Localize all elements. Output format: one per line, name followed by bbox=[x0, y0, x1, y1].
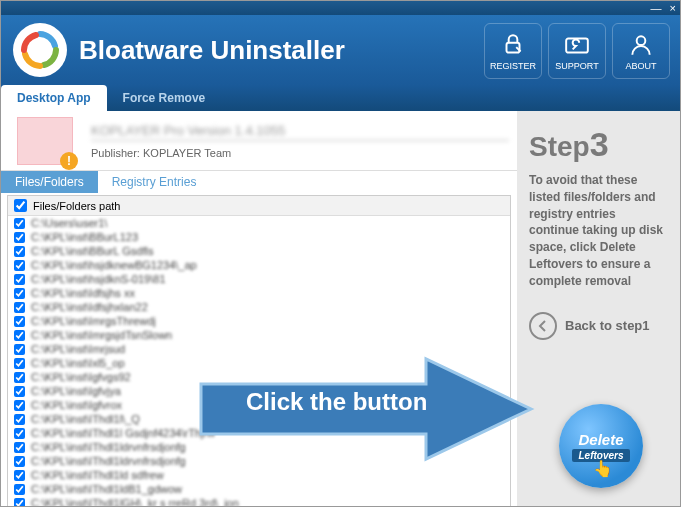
support-button[interactable]: SUPPORT bbox=[548, 23, 606, 79]
list-item[interactable]: C:\KPL\inst\ImrgsThrewdj bbox=[8, 314, 510, 328]
tab-force-remove[interactable]: Force Remove bbox=[107, 85, 222, 111]
item-checkbox[interactable] bbox=[14, 484, 25, 495]
target-app-publisher: Publisher: KOPLAYER Team bbox=[91, 147, 509, 159]
close-button[interactable]: × bbox=[670, 2, 676, 14]
item-path: C:\KPL\inst\Ixl5_op bbox=[31, 357, 125, 369]
subtab-files-folders[interactable]: Files/Folders bbox=[1, 171, 98, 193]
item-path: C:\KPL\inst\hsjdknewBG1234\_ap bbox=[31, 259, 197, 271]
item-checkbox[interactable] bbox=[14, 358, 25, 369]
about-button[interactable]: ABOUT bbox=[612, 23, 670, 79]
lock-icon bbox=[500, 32, 526, 58]
back-to-step1-button[interactable]: Back to step1 bbox=[529, 312, 668, 340]
item-path: C:\KPL\inst\IThdl1ldrvnfrsdjonfg bbox=[31, 441, 186, 453]
list-item[interactable]: C:\KPL\inst\IThdl1l\_Q bbox=[8, 412, 510, 426]
target-app-icon bbox=[17, 117, 73, 165]
app-logo bbox=[13, 23, 67, 77]
list-header: Files/Folders path bbox=[8, 196, 510, 216]
item-checkbox[interactable] bbox=[14, 316, 25, 327]
list-item[interactable]: C:\Users\user1\ bbox=[8, 216, 510, 230]
target-app-info: KOPLAYER Pro Version 1.4.1055 Publisher:… bbox=[1, 111, 517, 171]
list-item[interactable]: C:\KPL\inst\Idfsjhs xx bbox=[8, 286, 510, 300]
item-checkbox[interactable] bbox=[14, 302, 25, 313]
svg-point-2 bbox=[637, 36, 646, 45]
list-item[interactable]: C:\KPL\inst\IThdl1lGH\_kr s rreRd 3rd\_j… bbox=[8, 496, 510, 507]
item-path: C:\KPL\inst\IThdl1l\_Q bbox=[31, 413, 140, 425]
select-all-checkbox[interactable] bbox=[14, 199, 27, 212]
target-app-name: KOPLAYER Pro Version 1.4.1055 bbox=[91, 123, 509, 141]
item-path: C:\KPL\inst\Igfvrox bbox=[31, 399, 122, 411]
list-item[interactable]: C:\KPL\inst\Idfsjhxlan22 bbox=[8, 300, 510, 314]
register-button[interactable]: REGISTER bbox=[484, 23, 542, 79]
wrench-icon bbox=[564, 32, 590, 58]
list-item[interactable]: C:\KPL\inst\Ixl5_op bbox=[8, 356, 510, 370]
minimize-button[interactable]: — bbox=[651, 2, 662, 14]
item-path: C:\KPL\inst\ImrgsThrewdj bbox=[31, 315, 156, 327]
item-checkbox[interactable] bbox=[14, 400, 25, 411]
item-path: C:\KPL\inst\IThdl1ld sdfrew bbox=[31, 469, 164, 481]
cursor-icon: 👆 bbox=[593, 459, 613, 478]
main-tabs: Desktop App Force Remove bbox=[1, 85, 680, 111]
item-checkbox[interactable] bbox=[14, 330, 25, 341]
item-path: C:\KPL\inst\BBurL123 bbox=[31, 231, 138, 243]
list-item[interactable]: C:\KPL\inst\Igfvgs92 bbox=[8, 370, 510, 384]
item-checkbox[interactable] bbox=[14, 232, 25, 243]
list-header-label: Files/Folders path bbox=[33, 200, 120, 212]
item-path: C:\KPL\inst\IThdl1l Gsdjnf4234\rThjrw bbox=[31, 427, 215, 439]
subtab-registry-entries[interactable]: Registry Entries bbox=[98, 171, 211, 193]
step-description: To avoid that these listed files/folders… bbox=[529, 172, 668, 290]
item-checkbox[interactable] bbox=[14, 218, 25, 229]
tab-desktop-app[interactable]: Desktop App bbox=[1, 85, 107, 111]
sidebar: Step3 To avoid that these listed files/f… bbox=[517, 111, 680, 507]
item-path: C:\KPL\inst\Igfvjya bbox=[31, 385, 121, 397]
item-path: C:\KPL\inst\IThdl1ldB1_gdwow bbox=[31, 483, 182, 495]
list-item[interactable]: C:\KPL\inst\IThdl1ld sdfrew bbox=[8, 468, 510, 482]
item-checkbox[interactable] bbox=[14, 274, 25, 285]
list-item[interactable]: C:\KPL\inst\BBurL Gsdfls bbox=[8, 244, 510, 258]
arrow-left-icon bbox=[529, 312, 557, 340]
list-item[interactable]: C:\KPL\inst\IThdl1ldrvnfrsdjonfg bbox=[8, 440, 510, 454]
item-path: C:\KPL\inst\hsjdknS-019\81 bbox=[31, 273, 166, 285]
app-title: Bloatware Uninstaller bbox=[79, 35, 345, 66]
list-body[interactable]: C:\Users\user1\C:\KPL\inst\BBurL123C:\KP… bbox=[8, 216, 510, 507]
list-item[interactable]: C:\KPL\inst\Imrjsud bbox=[8, 342, 510, 356]
item-checkbox[interactable] bbox=[14, 456, 25, 467]
item-path: C:\KPL\inst\Imrjsud bbox=[31, 343, 125, 355]
item-path: C:\KPL\inst\Idfsjhs xx bbox=[31, 287, 135, 299]
item-checkbox[interactable] bbox=[14, 344, 25, 355]
item-checkbox[interactable] bbox=[14, 246, 25, 257]
list-item[interactable]: C:\KPL\inst\BBurL123 bbox=[8, 230, 510, 244]
item-checkbox[interactable] bbox=[14, 470, 25, 481]
item-path: C:\Users\user1\ bbox=[31, 217, 107, 229]
item-checkbox[interactable] bbox=[14, 372, 25, 383]
item-path: C:\KPL\inst\IThdl1lGH\_kr s rreRd 3rd\_j… bbox=[31, 497, 239, 507]
list-item[interactable]: C:\KPL\inst\IThdl1ldrvnfrsdjonfg bbox=[8, 454, 510, 468]
item-checkbox[interactable] bbox=[14, 288, 25, 299]
person-icon bbox=[628, 32, 654, 58]
step-title: Step3 bbox=[529, 125, 668, 164]
item-path: C:\KPL\inst\BBurL Gsdfls bbox=[31, 245, 153, 257]
list-item[interactable]: C:\KPL\inst\Igfvrox bbox=[8, 398, 510, 412]
item-checkbox[interactable] bbox=[14, 386, 25, 397]
item-path: C:\KPL\inst\IThdl1ldrvnfrsdjonfg bbox=[31, 455, 186, 467]
list-item[interactable]: C:\KPL\inst\hsjdknewBG1234\_ap bbox=[8, 258, 510, 272]
list-item[interactable]: C:\KPL\inst\hsjdknS-019\81 bbox=[8, 272, 510, 286]
item-checkbox[interactable] bbox=[14, 498, 25, 508]
list-item[interactable]: C:\KPL\inst\IThdl1l Gsdjnf4234\rThjrw bbox=[8, 426, 510, 440]
list-item[interactable]: C:\KPL\inst\IThdl1ldB1_gdwow bbox=[8, 482, 510, 496]
item-checkbox[interactable] bbox=[14, 414, 25, 425]
sub-tabs: Files/Folders Registry Entries bbox=[1, 171, 517, 193]
list-item[interactable]: C:\KPL\inst\Igfvjya bbox=[8, 384, 510, 398]
window-titlebar: — × bbox=[1, 1, 680, 15]
delete-leftovers-button[interactable]: Delete Leftovers 👆 bbox=[559, 404, 643, 488]
item-path: C:\KPL\inst\Idfsjhxlan22 bbox=[31, 301, 148, 313]
item-checkbox[interactable] bbox=[14, 442, 25, 453]
main-panel: KOPLAYER Pro Version 1.4.1055 Publisher:… bbox=[1, 111, 517, 507]
leftover-list: Files/Folders path C:\Users\user1\C:\KPL… bbox=[7, 195, 511, 507]
item-checkbox[interactable] bbox=[14, 260, 25, 271]
item-path: C:\KPL\inst\Igfvgs92 bbox=[31, 371, 131, 383]
item-path: C:\KPL\inst\ImrgsjdTsnSlown bbox=[31, 329, 172, 341]
list-item[interactable]: C:\KPL\inst\ImrgsjdTsnSlown bbox=[8, 328, 510, 342]
item-checkbox[interactable] bbox=[14, 428, 25, 439]
app-header: Bloatware Uninstaller REGISTER SUPPORT A… bbox=[1, 15, 680, 85]
